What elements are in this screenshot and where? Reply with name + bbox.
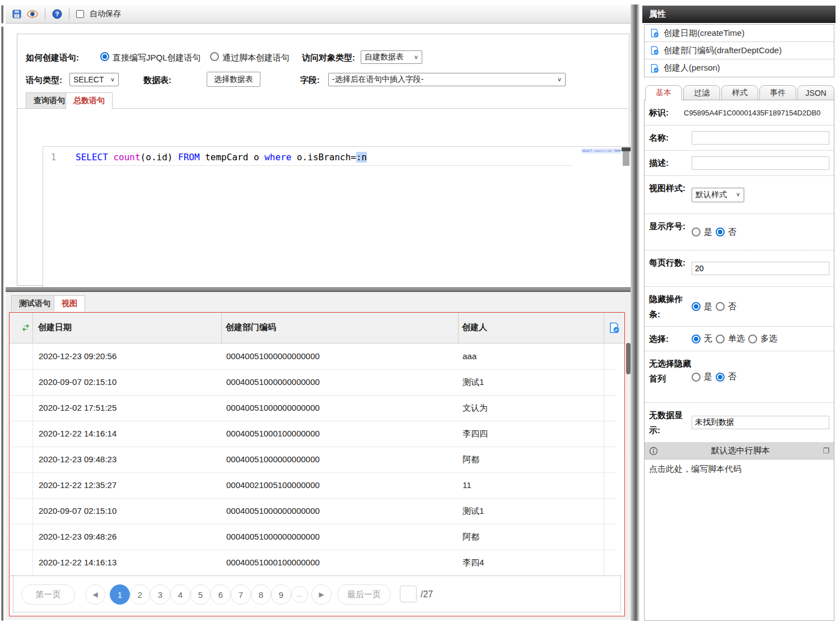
default-row-script-header[interactable]: 默认选中行脚本 ❐ [645, 443, 834, 459]
table-row[interactable]: 2020-12-02 17:51:2500040051000000000000文… [10, 396, 617, 421]
selection-none[interactable]: 无 [692, 333, 712, 344]
view-style-select[interactable]: 默认样式∨ [692, 188, 744, 202]
autosave-checkbox[interactable] [76, 10, 84, 18]
page-jump-input[interactable] [400, 586, 417, 602]
tab-view[interactable]: 视图 [54, 295, 85, 312]
cell-person: 测试1 [463, 377, 484, 388]
name-label: 名称: [649, 130, 692, 146]
field-icon[interactable] [609, 322, 619, 333]
tab-json[interactable]: JSON [797, 85, 834, 100]
table-row[interactable]: 2020-12-22 14:16:1400040051000100000000李… [10, 421, 617, 447]
hide-first-col-no[interactable]: 否 [716, 371, 736, 382]
tab-filter[interactable]: 过滤 [683, 85, 720, 100]
view-scrollbar-thumb[interactable] [626, 343, 631, 374]
tab-count-statement[interactable]: 总数语句 [66, 92, 113, 109]
field-list-item[interactable]: 创建人(person) [645, 59, 834, 77]
field-icon [650, 64, 659, 73]
cell-dept-code: 00040051000000000000 [226, 377, 320, 387]
name-input[interactable] [692, 131, 829, 145]
page-button-7[interactable]: 7 [231, 584, 251, 605]
hide-first-col-yes[interactable]: 是 [692, 371, 712, 382]
column-divider [604, 344, 604, 575]
col-header-person[interactable]: 创建人 [462, 322, 487, 333]
col-header-dept-code[interactable]: 创建部门编码 [226, 322, 276, 333]
code-token: where [264, 152, 291, 162]
table-row[interactable]: 2020-12-23 09:48:2600040051000000000000阿… [10, 524, 617, 550]
code-line[interactable]: SELECT count(o.id) FROM tempCard o where… [76, 152, 367, 162]
tab-test-statement[interactable]: 测试语句 [11, 295, 58, 311]
cell-create-date: 2020-12-02 17:51:25 [39, 403, 116, 412]
tab-basic[interactable]: 基本 [645, 85, 682, 100]
field-list-item[interactable]: 创建日期(createTime) [645, 25, 834, 42]
radio-script-label[interactable]: 通过脚本创建语句 [222, 53, 290, 63]
no-data-input[interactable] [692, 416, 829, 429]
prop-row-page-size: 每页行数: [645, 250, 834, 287]
table-row[interactable]: 2020-12-23 09:20:5600040051000000000000a… [10, 344, 617, 370]
left-splitter-top[interactable] [1, 5, 3, 24]
chevron-down-icon: ∨ [110, 76, 115, 82]
selection-single[interactable]: 单选 [716, 333, 745, 344]
help-icon[interactable]: ? [52, 9, 62, 19]
page-button-1[interactable]: 1 [110, 584, 130, 605]
selection-label: 选择: [649, 331, 692, 346]
stmt-type-select[interactable]: SELECT∨ [69, 73, 119, 86]
active-line-underline [76, 165, 573, 166]
cell-person: 李四四 [463, 429, 488, 439]
page-button-3[interactable]: 3 [150, 584, 170, 605]
cell-person: 阿都 [463, 454, 479, 465]
table-row[interactable]: 2020-12-22 14:16:1300040051000100000000李… [10, 550, 617, 576]
stmt-type-label: 语句类型: [26, 75, 62, 86]
table-row[interactable]: 2020-09-07 02:15:1000040051000000000000测… [10, 370, 617, 396]
selection-multi[interactable]: 多选 [748, 333, 777, 344]
cell-dept-code: 00040051000000000000 [226, 403, 320, 412]
prev-page-button[interactable]: ◀ [85, 584, 105, 605]
last-page-button[interactable]: 最后一页 [337, 584, 391, 605]
properties-title-text: 属性 [649, 9, 666, 20]
prop-row-hide-toolbar: 隐藏操作条: 是 否 [645, 287, 834, 327]
radio-unchecked [748, 335, 757, 343]
desc-input[interactable] [692, 156, 829, 170]
left-splitter[interactable] [1, 26, 3, 621]
field-select[interactable]: -选择后在语句中插入字段-∨ [328, 73, 566, 86]
radio-jpql-label[interactable]: 直接编写JPQL创建语句 [113, 53, 201, 63]
page-button-8[interactable]: 8 [251, 584, 271, 605]
next-page-button[interactable]: ▶ [311, 584, 332, 605]
page-button-4[interactable]: 4 [170, 584, 190, 605]
show-number-yes[interactable]: 是 [692, 227, 712, 238]
horizontal-splitter[interactable] [6, 287, 631, 292]
save-icon[interactable] [12, 10, 21, 18]
script-hint[interactable]: 点击此处，编写脚本代码 [645, 459, 834, 479]
vertical-splitter[interactable] [631, 4, 640, 621]
preview-eye-icon[interactable] [27, 10, 38, 18]
page-button-5[interactable]: 5 [190, 584, 211, 605]
cell-create-date: 2020-12-22 12:35:27 [39, 480, 116, 490]
refresh-icon[interactable] [21, 323, 30, 332]
col-header-create-date[interactable]: 创建日期 [38, 322, 72, 333]
stmt-type-value: SELECT [73, 75, 104, 84]
table-row[interactable]: 2020-12-22 12:35:27000400210051000000001… [10, 473, 617, 499]
tab-event[interactable]: 事件 [759, 85, 796, 100]
page-button-9[interactable]: 9 [271, 584, 291, 605]
field-icon [650, 46, 659, 55]
hide-toolbar-yes[interactable]: 是 [692, 301, 712, 312]
table-row[interactable]: 2020-09-07 02:15:1000040051000000000000测… [10, 499, 617, 524]
choose-table-button[interactable]: 选择数据表 [207, 72, 260, 87]
page-size-input[interactable] [692, 262, 829, 275]
window-restore-icon[interactable]: ❐ [823, 447, 829, 455]
field-list-item[interactable]: 创建部门编码(drafterDeptCode) [645, 42, 834, 59]
tab-style[interactable]: 样式 [721, 85, 758, 100]
page-button-6[interactable]: 6 [211, 584, 231, 605]
editor-scrollbar-thumb[interactable] [623, 151, 629, 166]
radio-script[interactable] [210, 52, 219, 61]
svg-text:?: ? [55, 11, 59, 17]
page-button-2[interactable]: 2 [130, 584, 150, 605]
code-token: tempCard o [200, 152, 265, 162]
radio-jpql[interactable] [100, 52, 109, 61]
ellipsis-pages-button[interactable]: ... [291, 586, 308, 603]
column-divider [221, 313, 222, 343]
hide-toolbar-no[interactable]: 否 [716, 301, 736, 312]
table-row[interactable]: 2020-12-23 09:48:2300040051000000000000阿… [10, 447, 617, 473]
access-type-select[interactable]: 自建数据表∨ [361, 50, 422, 64]
show-number-no[interactable]: 否 [716, 227, 736, 238]
first-page-button[interactable]: 第一页 [21, 584, 75, 605]
